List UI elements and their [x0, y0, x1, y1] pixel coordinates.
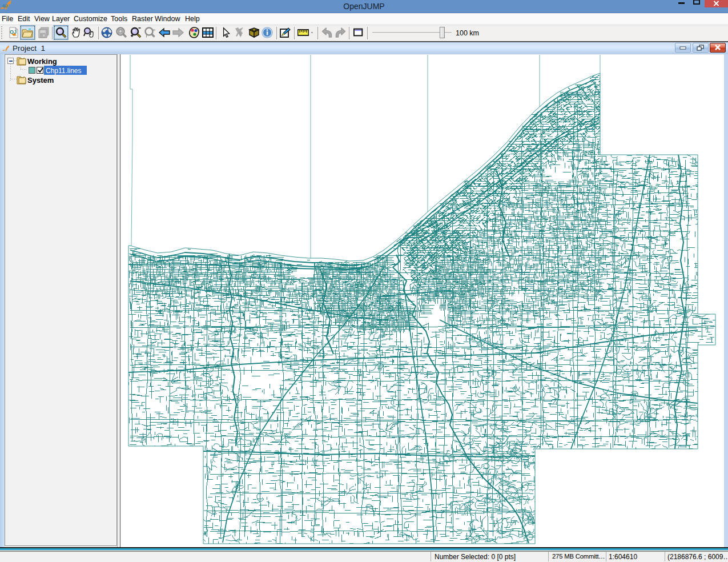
svg-text:OJ: OJ [3, 4, 8, 8]
